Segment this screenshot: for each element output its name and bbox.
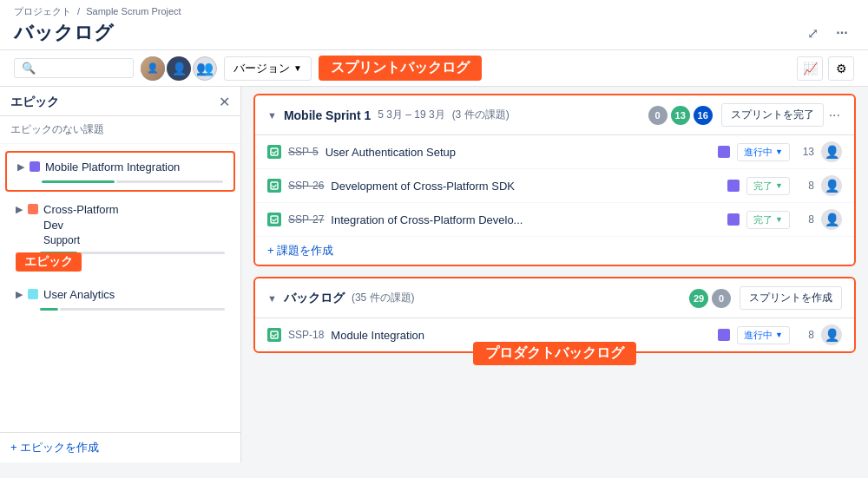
epic-name-1: Mobile Platform Integration: [45, 160, 180, 175]
epic-color-dot-2: [28, 204, 38, 214]
sidebar-add-epic: + エピックを作成: [0, 432, 240, 462]
svg-rect-2: [271, 216, 278, 223]
product-backlog-label: プロダクトバックログ: [473, 342, 636, 365]
expand-button[interactable]: ⤢: [800, 21, 825, 45]
backlog-count: (35 件の課題): [352, 291, 415, 305]
page-title: バックログ: [14, 20, 114, 46]
badge-16: 16: [694, 106, 713, 125]
story-points-1: 13: [797, 146, 814, 158]
svg-rect-1: [271, 182, 278, 189]
more-button[interactable]: ···: [830, 21, 854, 45]
epic-overlay-label: エピック: [16, 252, 82, 272]
chevron-icon-2: ▼: [775, 181, 783, 190]
backlog-header: ▼ バックログ (35 件の課題) 29 0 スプリントを作成: [255, 278, 854, 318]
sprint-backlog-label: スプリントバックログ: [319, 56, 482, 81]
create-issue-row: + 課題を作成: [255, 237, 854, 265]
epic-item-user-analytics[interactable]: ▶ User Analytics: [5, 280, 235, 318]
epic-progress-bg-2: [79, 252, 225, 254]
badge-13: 13: [671, 106, 690, 125]
epic-item-mobile-platform[interactable]: ▶ Mobile Platform Integration: [5, 151, 235, 192]
backlog-section: ▼ バックログ (35 件の課題) 29 0 スプリントを作成 SSP-18 M…: [253, 277, 856, 353]
backlog-issue-color: [718, 329, 730, 341]
sidebar-header: エピック ✕: [0, 87, 240, 116]
epic-name-3: User Analytics: [43, 287, 115, 303]
add-epic-button[interactable]: + エピックを作成: [10, 440, 99, 455]
issue-color-2: [727, 180, 740, 192]
issue-key-2: SSP-26: [288, 180, 324, 192]
sidebar-title: エピック: [10, 95, 59, 110]
issue-type-icon: [267, 145, 281, 159]
epic-progress-1: [42, 180, 115, 183]
issue-summary-3: Integration of Cross-Platform Develo...: [331, 213, 720, 226]
sprint-name: Mobile Sprint 1: [284, 108, 371, 122]
sprint-count: (3 件の課題): [452, 108, 510, 122]
svg-rect-0: [271, 148, 278, 155]
search-input[interactable]: [39, 62, 126, 75]
sprint-chevron-icon[interactable]: ▼: [267, 110, 277, 121]
backlog-issue-avatar: 👤: [821, 324, 842, 345]
create-sprint-button[interactable]: スプリントを作成: [740, 286, 842, 310]
issue-avatar-2: 👤: [821, 175, 842, 196]
backlog-chevron-icon[interactable]: ▼: [267, 293, 277, 304]
issue-summary-1: User Authentication Setup: [326, 146, 711, 159]
backlog-badge-0: 0: [712, 289, 731, 308]
sprint-header: ▼ Mobile Sprint 1 5 3月 – 19 3月 (3 件の課題) …: [255, 95, 854, 135]
issue-avatar-1: 👤: [821, 141, 842, 162]
table-row: SSP-26 Development of Cross-Platform SDK…: [255, 169, 854, 203]
top-bar: プロジェクト / Sample Scrum Project バックログ ⤢ ··…: [0, 0, 868, 50]
backlog-badge-29: 29: [689, 289, 708, 308]
issue-avatar-3: 👤: [821, 209, 842, 230]
status-button-1[interactable]: 進行中 ▼: [737, 143, 790, 161]
chart-button[interactable]: 📈: [797, 56, 823, 81]
avatar-1: 👤: [141, 56, 165, 81]
issue-type-icon-2: [267, 179, 281, 193]
chevron-down-icon: ▼: [293, 63, 302, 73]
badge-0: 0: [648, 106, 667, 125]
epic-chevron-icon-3: ▶: [16, 289, 23, 300]
status-button-2[interactable]: 完了 ▼: [746, 177, 790, 195]
main-content: エピック ✕ エピックのない課題 ▶ Mobile Platform Integ…: [0, 87, 868, 462]
story-points-3: 8: [797, 213, 814, 226]
epic-progress-bg-3: [60, 308, 225, 311]
issue-color-3: [727, 213, 740, 226]
backlog-status-button[interactable]: 進行中 ▼: [737, 326, 790, 344]
sprint-more-button[interactable]: ···: [827, 106, 842, 125]
epic-progress-3: [40, 308, 58, 311]
complete-sprint-button[interactable]: スプリントを完了: [721, 103, 824, 127]
svg-rect-3: [271, 331, 278, 338]
version-button[interactable]: バージョン ▼: [224, 56, 312, 81]
story-points-2: 8: [797, 180, 814, 192]
sidebar-close-button[interactable]: ✕: [219, 94, 230, 110]
backlog-area: ▼ Mobile Sprint 1 5 3月 – 19 3月 (3 件の課題) …: [241, 87, 868, 462]
sprint-section: ▼ Mobile Sprint 1 5 3月 – 19 3月 (3 件の課題) …: [253, 94, 856, 266]
epic-item-cross-platform[interactable]: ▶ Cross-PlatformDev Support エピック: [5, 195, 235, 260]
chevron-icon-3: ▼: [775, 215, 783, 224]
search-box: 🔍: [14, 58, 134, 78]
epic-name-2: Cross-PlatformDev: [43, 202, 119, 233]
status-button-3[interactable]: 完了 ▼: [746, 211, 790, 229]
chevron-icon: ▼: [775, 147, 783, 156]
table-row: SSP-27 Integration of Cross-Platform Dev…: [255, 203, 854, 237]
sidebar: エピック ✕ エピックのない課題 ▶ Mobile Platform Integ…: [0, 87, 241, 462]
epic-chevron-icon: ▶: [17, 161, 24, 173]
issue-key-1: SSP-5: [288, 146, 319, 158]
backlog-story-points: 8: [797, 329, 814, 341]
backlog-issue-summary: Module Integration: [331, 329, 711, 342]
epic-chevron-icon-2: ▶: [16, 204, 23, 215]
avatar-add[interactable]: 👥: [193, 56, 217, 81]
table-row: SSP-5 User Authentication Setup 進行中 ▼ 13…: [255, 135, 854, 169]
backlog-title: バックログ: [284, 291, 345, 306]
no-epic-item: エピックのない課題: [0, 116, 240, 144]
toolbar: 🔍 👤 👤 👥 バージョン ▼ スプリントバックログ 📈 ⚙: [0, 50, 868, 87]
epic-progress-bg-1: [116, 180, 223, 183]
epic-color-dot-3: [28, 289, 38, 299]
chevron-icon-4: ▼: [775, 331, 783, 339]
breadcrumb: プロジェクト / Sample Scrum Project: [14, 5, 854, 18]
sprint-dates: 5 3月 – 19 3月: [378, 108, 444, 122]
issue-color-1: [718, 146, 730, 158]
search-icon: 🔍: [22, 62, 36, 75]
create-issue-button[interactable]: + 課題を作成: [267, 243, 333, 259]
backlog-issue-type-icon: [267, 328, 281, 342]
avatar-group: 👤 👤 👥: [141, 56, 217, 81]
filter-button[interactable]: ⚙: [828, 56, 854, 81]
